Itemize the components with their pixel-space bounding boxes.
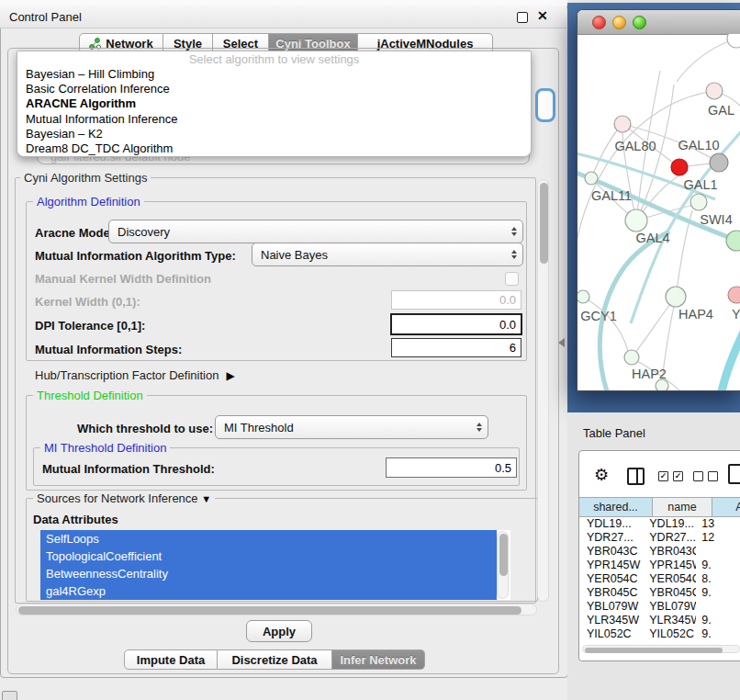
node-label: SWI4 bbox=[700, 212, 732, 227]
checkbox-checked-icon[interactable]: ✓ bbox=[673, 471, 683, 481]
table-row[interactable]: YPR145WYPR145W9. bbox=[579, 558, 740, 571]
mi-type-value: Naive Bayes bbox=[261, 248, 328, 262]
document-icon[interactable] bbox=[728, 464, 740, 484]
table-row[interactable]: YBR043CYBR043C bbox=[579, 544, 740, 558]
table-cell: YBR043C bbox=[644, 545, 696, 558]
mi-type-combo[interactable]: Naive Bayes bbox=[252, 243, 523, 266]
dpi-tolerance-field[interactable]: 0.0 bbox=[390, 313, 522, 335]
apply-button[interactable]: Apply bbox=[246, 620, 312, 642]
network-node[interactable] bbox=[624, 350, 639, 365]
table-row[interactable]: YDL19...YDL19...13 bbox=[579, 516, 740, 530]
dpi-tolerance-label: DPI Tolerance [0,1]: bbox=[35, 319, 145, 333]
control-panel-title: Control Panel bbox=[9, 10, 82, 24]
algorithm-option[interactable]: ARACNE Algorithm bbox=[17, 96, 531, 111]
network-node[interactable] bbox=[614, 116, 631, 132]
table-cell: 13 bbox=[696, 517, 740, 530]
table-row[interactable]: YDR27...YDR27...12 bbox=[579, 530, 740, 544]
network-node[interactable] bbox=[666, 287, 686, 307]
table-cell: 9. bbox=[696, 559, 740, 571]
network-node[interactable] bbox=[726, 231, 740, 251]
column-view-icon[interactable] bbox=[627, 468, 645, 485]
network-node[interactable] bbox=[577, 290, 589, 303]
kernel-width-label: Kernel Width (0,1): bbox=[35, 295, 140, 309]
network-node[interactable] bbox=[625, 209, 647, 231]
table-cell: 9. bbox=[696, 614, 740, 627]
table-row[interactable]: YBL079WYBL079W bbox=[579, 599, 740, 613]
tab-discretize-data[interactable]: Discretize Data bbox=[218, 649, 332, 670]
zoom-traffic-light[interactable] bbox=[633, 16, 646, 29]
network-node[interactable] bbox=[728, 287, 740, 303]
attribute-list-item[interactable]: SelfLoops bbox=[40, 530, 497, 548]
table-cell: 9. bbox=[696, 586, 740, 599]
network-node[interactable] bbox=[706, 83, 723, 99]
splitpane-collapse-icon[interactable] bbox=[558, 338, 565, 347]
which-threshold-combo[interactable]: MI Threshold bbox=[215, 415, 488, 439]
table-cell: YLR345W bbox=[579, 614, 644, 627]
column-header-third[interactable]: A bbox=[712, 498, 740, 516]
tab-impute-data[interactable]: Impute Data bbox=[124, 649, 218, 670]
network-canvas[interactable]: GALGAL80GAL10GAL1GAL11SWI4GAL4GCY1HAP4YH… bbox=[577, 34, 740, 390]
tab-infer-network-label: Infer Network bbox=[340, 653, 416, 667]
attribute-list-scrollbar[interactable] bbox=[497, 531, 509, 599]
mi-steps-field[interactable]: 6 bbox=[391, 338, 521, 357]
aracne-mode-combo[interactable]: Discovery bbox=[108, 220, 523, 243]
network-node[interactable] bbox=[727, 34, 740, 48]
table-header: shared... name A bbox=[579, 497, 740, 517]
hub-definition-toggle[interactable]: Hub/Transcription Factor Definition ▶ bbox=[35, 368, 235, 382]
attribute-list-item[interactable]: TopologicalCoefficient bbox=[40, 548, 497, 565]
network-node[interactable] bbox=[656, 379, 668, 390]
column-header-shared-name[interactable]: shared... bbox=[579, 498, 653, 516]
network-node[interactable] bbox=[710, 153, 728, 172]
minimized-window-icon[interactable] bbox=[2, 691, 17, 700]
tab-infer-network[interactable]: Infer Network bbox=[332, 649, 425, 670]
node-label: GAL80 bbox=[614, 139, 656, 153]
algorithm-option[interactable]: Bayesian – Hill Climbing bbox=[17, 66, 531, 81]
algorithm-option[interactable]: Dream8 DC_TDC Algorithm bbox=[17, 141, 531, 155]
manual-kernel-checkbox[interactable] bbox=[505, 272, 519, 286]
table-cell: YER054C bbox=[644, 572, 696, 585]
table-row[interactable]: YLR345WYLR345W9. bbox=[579, 613, 740, 627]
settings-horizontal-scrollbar[interactable] bbox=[16, 604, 537, 615]
algorithm-option[interactable]: Bayesian – K2 bbox=[17, 126, 531, 141]
attribute-list-item[interactable]: gal4RGexp bbox=[40, 582, 497, 600]
algorithm-option[interactable]: Basic Correlation Inference bbox=[17, 81, 531, 96]
node-label: Y bbox=[732, 307, 740, 322]
node-label: GAL1 bbox=[683, 177, 717, 192]
network-view-window[interactable]: GALGAL80GAL10GAL1GAL11SWI4GAL4GCY1HAP4YH… bbox=[577, 9, 740, 391]
sources-legend[interactable]: Sources for Network Inference ▼ bbox=[33, 491, 215, 505]
node-label: GAL11 bbox=[591, 188, 632, 203]
bottom-tab-bar: Impute Data Discretize Data Infer Networ… bbox=[124, 649, 425, 670]
table-row[interactable]: YBR045CYBR045C9. bbox=[579, 585, 740, 599]
checkbox-unchecked-icon[interactable] bbox=[693, 471, 703, 481]
data-attributes-label: Data Attributes bbox=[33, 513, 118, 526]
mi-threshold-field[interactable]: 0.5 bbox=[386, 457, 517, 478]
focused-spinner-button[interactable] bbox=[535, 88, 555, 122]
table-body: YDL19...YDL19...13YDR27...YDR27...12YBR0… bbox=[579, 516, 740, 640]
table-cell: 9. bbox=[696, 627, 740, 640]
network-node[interactable] bbox=[585, 172, 598, 185]
checkbox-checked-icon[interactable]: ✓ bbox=[658, 471, 668, 481]
mi-steps-label: Mutual Information Steps: bbox=[35, 343, 182, 356]
close-icon[interactable]: ✕ bbox=[537, 8, 548, 23]
table-horizontal-scrollbar[interactable] bbox=[582, 645, 740, 653]
network-node[interactable] bbox=[671, 159, 688, 175]
float-window-icon[interactable] bbox=[517, 12, 528, 23]
node-label: GAL10 bbox=[678, 138, 719, 152]
table-row[interactable]: YER054CYER054C8. bbox=[579, 571, 740, 585]
attribute-list-item[interactable]: BetweennessCentrality bbox=[40, 565, 497, 582]
close-traffic-light[interactable] bbox=[592, 16, 606, 29]
minimize-traffic-light[interactable] bbox=[612, 16, 626, 29]
algorithm-option[interactable]: Mutual Information Inference bbox=[17, 111, 531, 126]
table-row[interactable]: YIL052CYIL052C9. bbox=[579, 627, 740, 640]
network-node[interactable] bbox=[690, 194, 707, 210]
kernel-width-field[interactable]: 0.0 bbox=[391, 290, 521, 310]
table-cell: YER054C bbox=[579, 572, 644, 585]
checkbox-unchecked-icon[interactable] bbox=[708, 471, 718, 481]
screen: Control Panel ✕ Network Style Select Cyn… bbox=[0, 0, 740, 700]
control-panel-titlebar[interactable] bbox=[0, 6, 566, 28]
chevron-down-icon: ▼ bbox=[201, 493, 211, 504]
gear-icon[interactable]: ⚙ bbox=[594, 465, 609, 485]
column-header-name[interactable]: name bbox=[653, 498, 712, 516]
data-attributes-list[interactable]: SelfLoopsTopologicalCoefficientBetweenne… bbox=[40, 530, 510, 600]
settings-vertical-scrollbar[interactable] bbox=[537, 179, 549, 602]
